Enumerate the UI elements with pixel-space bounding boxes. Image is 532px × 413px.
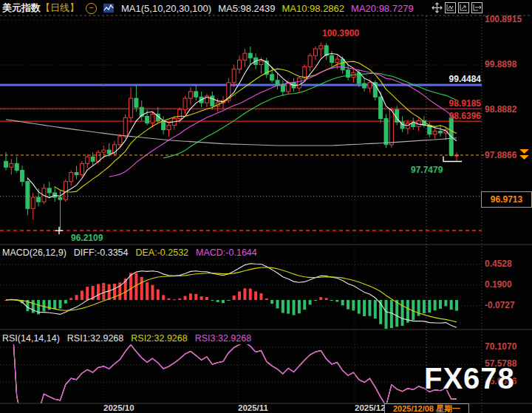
macd-bar-value: MACD:-0.1644 [196,248,257,258]
price-tick-label: 100.8915 [485,14,522,24]
price-tick-label: 99.8898 [485,59,516,69]
rsi1-value: RSI1:32.9268 [67,333,123,344]
ma20-value: MA20:98.7279 [351,3,414,14]
macd-dea-value: DEA:-0.2532 [135,248,188,258]
price-tick-label: 98.8882 [485,104,516,115]
macd-name: MACD(26,12,9) [2,248,66,258]
chart-canvas[interactable] [0,0,532,413]
blue-level-label: 99.4484 [422,74,481,84]
chart-header: 美元指数 【日线】 − MA1(5,10,20,30,100) MA5:98.2… [2,1,414,15]
indicator-chart-icon[interactable] [103,3,115,13]
collapse-icon[interactable]: − [86,3,97,14]
instrument-title: 美元指数 [2,1,41,15]
move-crosshair-icon[interactable] [432,2,443,16]
chart-toolbar [432,2,482,16]
rsi3-value: RSI3:32.9268 [195,333,251,344]
timeframe-label: 【日线】 [41,1,79,15]
month-label-dec: 2025/12 [355,403,386,412]
rsi-name: RSI(14,14,14) [2,333,60,344]
swing-high-label: 100.3900 [322,28,359,38]
resistance2-label: 98.6396 [422,111,481,121]
macd-diff-value: DIFF:-0.3354 [74,248,129,258]
rsi2-value: RSI2:32.9268 [131,333,187,344]
recent-low-label: 97.7479 [411,165,443,175]
rsi-tick-label: 70.1070 [485,341,516,352]
month-label-nov: 2025/11 [238,403,268,412]
axis-panel-icon-2[interactable] [458,2,469,16]
macd-header: MACD(26,12,9) DIFF:-0.3354 DEA:-0.2532 M… [2,248,257,258]
fx678-watermark: FX678 [424,362,515,395]
ma-settings-label: MA1(5,10,20,30,100) [121,3,211,14]
crosshair-date-box: 2025/12/08 星期一 [384,403,469,413]
ma10-value: MA10:98.2862 [282,3,344,14]
major-low-label: 96.2109 [71,233,103,243]
macd-tick-label: 0.4528 [485,259,512,269]
last-price-axis-label: 97.8866 [484,150,517,160]
crosshair-price-box: 96.9713 [481,191,532,208]
month-label-oct: 2025/10 [103,403,134,412]
axis-panel-icon-1[interactable] [445,2,456,16]
axis-panel-expand-icon[interactable] [471,2,482,16]
trading-app-window: 美元指数 【日线】 − MA1(5,10,20,30,100) MA5:98.2… [0,0,532,413]
rsi-header: RSI(14,14,14) RSI1:32.9268 RSI2:32.9268 … [2,333,251,344]
macd-tick-label: -0.0727 [485,300,515,310]
macd-tick-label: 0.1900 [485,279,512,290]
ma5-value: MA5:98.2439 [218,3,275,14]
resistance1-label: 98.9185 [422,98,481,109]
